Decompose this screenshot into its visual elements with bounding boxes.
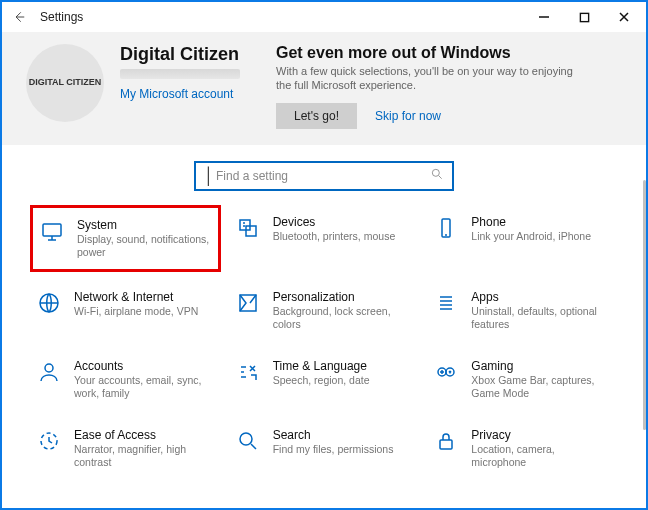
gaming-icon	[433, 359, 459, 385]
tile-subtitle: Link your Android, iPhone	[471, 230, 591, 243]
tile-title: Time & Language	[273, 359, 370, 373]
settings-tile-devices[interactable]: DevicesBluetooth, printers, mouse	[229, 205, 420, 272]
settings-grid: SystemDisplay, sound, notifications, pow…	[2, 201, 646, 492]
tile-subtitle: Xbox Game Bar, captures, Game Mode	[471, 374, 611, 400]
tile-title: Search	[273, 428, 394, 442]
svg-rect-4	[246, 226, 256, 236]
promo-body: With a few quick selections, you'll be o…	[276, 64, 576, 93]
account-hero: DIGITAL CITIZEN Digital Citizen My Micro…	[2, 32, 646, 145]
search-container: │	[2, 145, 646, 201]
svg-point-1	[432, 169, 439, 176]
svg-rect-3	[240, 220, 250, 230]
tile-title: Phone	[471, 215, 591, 229]
apps-icon	[433, 290, 459, 316]
minimize-button[interactable]	[524, 4, 564, 30]
settings-tile-system[interactable]: SystemDisplay, sound, notifications, pow…	[30, 205, 221, 272]
tile-subtitle: Narrator, magnifier, high contrast	[74, 443, 214, 469]
ease-of-access-icon	[36, 428, 62, 454]
settings-tile-network-internet[interactable]: Network & InternetWi-Fi, airplane mode, …	[30, 280, 221, 341]
privacy-icon	[433, 428, 459, 454]
time-language-icon	[235, 359, 261, 385]
search-icon	[430, 167, 444, 185]
tile-subtitle: Display, sound, notifications, power	[77, 233, 212, 259]
settings-tile-ease-of-access[interactable]: Ease of AccessNarrator, magnifier, high …	[30, 418, 221, 479]
tile-title: Ease of Access	[74, 428, 214, 442]
settings-tile-phone[interactable]: PhoneLink your Android, iPhone	[427, 205, 618, 272]
tile-title: Network & Internet	[74, 290, 198, 304]
settings-tile-accounts[interactable]: AccountsYour accounts, email, sync, work…	[30, 349, 221, 410]
svg-point-12	[240, 433, 252, 445]
system-icon	[39, 218, 65, 244]
tile-subtitle: Speech, region, date	[273, 374, 370, 387]
settings-tile-privacy[interactable]: PrivacyLocation, camera, microphone	[427, 418, 618, 479]
tile-subtitle: Uninstall, defaults, optional features	[471, 305, 611, 331]
tile-title: Apps	[471, 290, 611, 304]
svg-point-8	[45, 364, 53, 372]
titlebar: Settings	[2, 2, 646, 32]
user-display-name: Digital Citizen	[120, 44, 260, 65]
user-email-redacted	[120, 69, 240, 79]
tile-title: System	[77, 218, 212, 232]
my-microsoft-account-link[interactable]: My Microsoft account	[120, 87, 260, 101]
avatar: DIGITAL CITIZEN	[26, 44, 104, 122]
tile-subtitle: Find my files, permissions	[273, 443, 394, 456]
svg-rect-13	[440, 440, 452, 449]
settings-tile-apps[interactable]: AppsUninstall, defaults, optional featur…	[427, 280, 618, 341]
back-button[interactable]	[10, 8, 28, 26]
tile-title: Gaming	[471, 359, 611, 373]
tile-subtitle: Your accounts, email, sync, work, family	[74, 374, 214, 400]
settings-tile-search[interactable]: SearchFind my files, permissions	[229, 418, 420, 479]
svg-rect-2	[43, 224, 61, 236]
search-category-icon	[235, 428, 261, 454]
promo-heading: Get even more out of Windows	[276, 44, 622, 62]
scrollbar-track[interactable]	[638, 30, 646, 508]
tile-title: Personalization	[273, 290, 413, 304]
settings-tile-gaming[interactable]: GamingXbox Game Bar, captures, Game Mode	[427, 349, 618, 410]
tile-subtitle: Wi-Fi, airplane mode, VPN	[74, 305, 198, 318]
network-icon	[36, 290, 62, 316]
close-button[interactable]	[604, 4, 644, 30]
lets-go-button[interactable]: Let's go!	[276, 103, 357, 129]
accounts-icon	[36, 359, 62, 385]
tile-title: Accounts	[74, 359, 214, 373]
tile-subtitle: Background, lock screen, colors	[273, 305, 413, 331]
personalization-icon	[235, 290, 261, 316]
settings-tile-time-language[interactable]: Time & LanguageSpeech, region, date	[229, 349, 420, 410]
window-title: Settings	[40, 10, 83, 24]
search-caret: │	[204, 167, 214, 185]
scrollbar-thumb[interactable]	[643, 180, 646, 430]
settings-tile-personalization[interactable]: PersonalizationBackground, lock screen, …	[229, 280, 420, 341]
tile-title: Devices	[273, 215, 396, 229]
tile-subtitle: Bluetooth, printers, mouse	[273, 230, 396, 243]
svg-rect-0	[580, 13, 588, 21]
phone-icon	[433, 215, 459, 241]
search-input[interactable]	[216, 169, 430, 183]
skip-for-now-link[interactable]: Skip for now	[375, 109, 441, 123]
tile-title: Privacy	[471, 428, 611, 442]
devices-icon	[235, 215, 261, 241]
tile-subtitle: Location, camera, microphone	[471, 443, 611, 469]
maximize-button[interactable]	[564, 4, 604, 30]
search-box[interactable]: │	[194, 161, 454, 191]
